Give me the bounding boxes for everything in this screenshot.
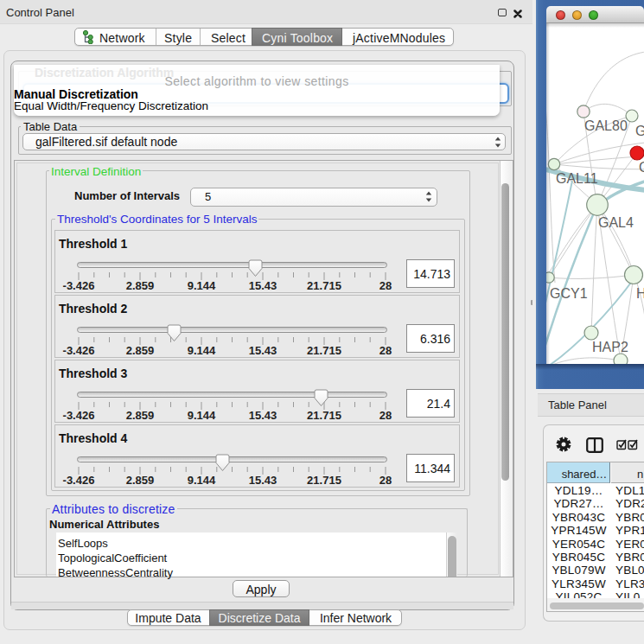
svg-text:CY: CY (639, 160, 644, 175)
svg-text:GCY1: GCY1 (550, 286, 588, 301)
svg-text:GA: GA (635, 124, 644, 138)
svg-text:GAL11: GAL11 (556, 171, 598, 186)
svg-text:HA: HA (636, 286, 644, 301)
svg-text:GAL4: GAL4 (598, 215, 634, 230)
svg-text:GAL80: GAL80 (584, 118, 628, 133)
svg-text:HAP2: HAP2 (592, 340, 628, 354)
